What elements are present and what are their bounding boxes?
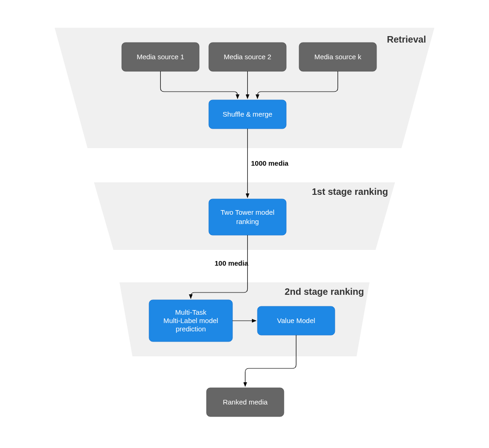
node-two-tower: Two Tower model ranking xyxy=(209,199,286,235)
mtml-label-2: Multi-Label model xyxy=(163,317,218,324)
media-source-1-label: Media source 1 xyxy=(137,53,184,61)
shuffle-merge-label: Shuffle & merge xyxy=(223,110,272,118)
media-source-k-label: Media source k xyxy=(314,53,362,61)
two-tower-label-2: ranking xyxy=(236,218,259,225)
media-source-2-label: Media source 2 xyxy=(224,53,271,61)
node-value-model: Value Model xyxy=(257,306,335,335)
node-media-source-1: Media source 1 xyxy=(122,43,199,71)
two-tower-label-1: Two Tower model xyxy=(220,208,274,216)
ranked-media-label: Ranked media xyxy=(223,398,268,406)
stage-label-first: 1st stage ranking xyxy=(312,187,388,197)
stage-label-retrieval: Retrieval xyxy=(387,34,426,44)
node-mtml: Multi-Task Multi-Label model prediction xyxy=(149,300,232,342)
mtml-label-3: prediction xyxy=(176,325,206,333)
stage-label-second: 2nd stage ranking xyxy=(285,286,364,297)
node-ranked-media: Ranked media xyxy=(207,388,284,417)
value-model-label: Value Model xyxy=(277,317,315,324)
node-shuffle-merge: Shuffle & merge xyxy=(209,100,286,129)
node-media-source-2: Media source 2 xyxy=(209,43,286,71)
edge-label-100: 100 media xyxy=(214,259,248,267)
mtml-label-1: Multi-Task xyxy=(175,308,207,316)
edge-label-1000: 1000 media xyxy=(251,159,289,167)
node-media-source-k: Media source k xyxy=(299,43,376,71)
